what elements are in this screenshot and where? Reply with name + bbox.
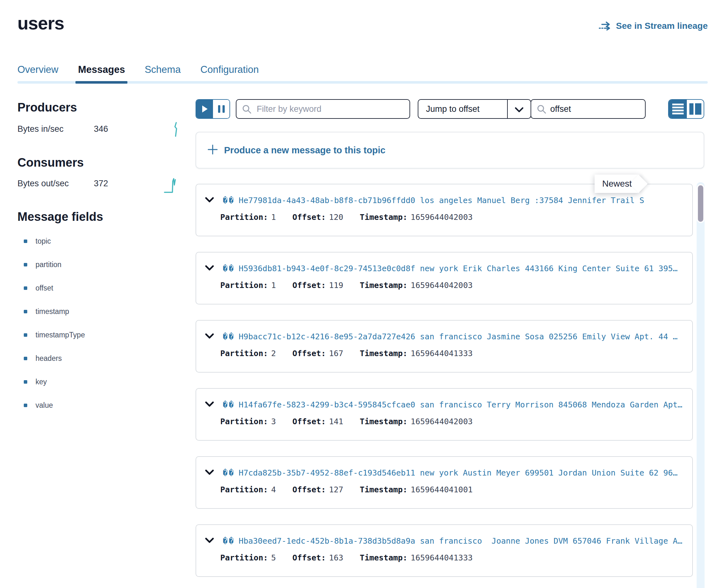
message-summary-row: �� He77981da-4a43-48ab-b8f8-cb71b96ffdd0… xyxy=(205,196,683,205)
field-label: topic xyxy=(36,237,51,246)
list-view-button[interactable] xyxy=(669,100,687,118)
play-icon xyxy=(202,105,208,113)
bytes-in-label: Bytes in/sec xyxy=(17,124,94,134)
expand-chevron-icon[interactable] xyxy=(205,197,214,204)
partition-meta: Partition:1 xyxy=(220,213,276,222)
message-field-item[interactable]: timestamp xyxy=(17,307,195,316)
message-list-scrollbar-thumb[interactable] xyxy=(698,185,703,222)
expand-chevron-icon[interactable] xyxy=(205,469,214,477)
produce-message-label: Produce a new message to this topic xyxy=(224,145,386,155)
jump-to-offset-select[interactable]: Jump to offset xyxy=(418,99,531,119)
plus-icon xyxy=(208,145,218,156)
main-panel: Jump to offset xyxy=(195,84,704,588)
play-pause-group xyxy=(195,99,230,119)
offset-meta: Offset:120 xyxy=(292,213,344,222)
pause-icon xyxy=(223,105,225,113)
tab[interactable]: Schema xyxy=(145,64,181,84)
consumers-metric-row: Bytes out/sec 372 xyxy=(17,179,195,189)
offset-meta: Offset:127 xyxy=(292,485,344,494)
unprintable-bytes-glyphs: �� xyxy=(223,400,235,409)
timestamp-meta: Timestamp:1659644041001 xyxy=(360,485,473,494)
message-row[interactable]: �� Hba30eed7-1edc-452b-8b1a-738d3b5d8a9a… xyxy=(195,524,693,577)
expand-chevron-icon[interactable] xyxy=(205,401,214,408)
play-button[interactable] xyxy=(196,100,213,118)
message-summary-row: �� H9bacc71c-b12c-4216-8e95-2a7da727e426… xyxy=(205,332,683,341)
message-summary-row: �� Hba30eed7-1edc-452b-8b1a-738d3b5d8a9a… xyxy=(205,537,683,546)
message-row[interactable]: �� H14fa67fe-5823-4299-b3c4-595845cfcae0… xyxy=(195,388,693,441)
message-summary-text: Hba30eed7-1edc-452b-8b1a-738d3b5d8a9a sa… xyxy=(239,537,682,546)
producers-heading: Producers xyxy=(17,101,195,114)
field-bullet-icon xyxy=(24,287,27,290)
column-view-button[interactable] xyxy=(687,100,704,118)
consumers-heading: Consumers xyxy=(17,156,195,169)
content: Producers Bytes in/sec 346 Consumers Byt… xyxy=(0,84,722,588)
stream-lineage-link[interactable]: See in Stream lineage xyxy=(598,21,708,31)
filter-keyword-input[interactable] xyxy=(236,99,410,119)
field-bullet-icon xyxy=(24,404,27,407)
message-summary-text: H7cda825b-35b7-4952-88ef-c193d546eb11 ne… xyxy=(239,468,678,478)
message-fields-heading: Message fields xyxy=(17,210,195,224)
field-label: timestamp xyxy=(36,307,69,316)
sidebar: Producers Bytes in/sec 346 Consumers Byt… xyxy=(17,84,195,588)
message-field-item[interactable]: key xyxy=(17,378,195,386)
message-meta-row: Partition:4 Offset:127 Timestamp:1659644… xyxy=(220,485,683,494)
message-field-item[interactable]: value xyxy=(17,401,195,410)
tab[interactable]: Configuration xyxy=(200,64,259,84)
jump-select-value: Jump to offset xyxy=(418,104,479,114)
partition-meta: Partition:3 xyxy=(220,417,276,426)
page-header: users See in Stream lineage xyxy=(0,0,722,34)
produce-message-button[interactable]: Produce a new message to this topic xyxy=(195,132,704,169)
topic-messages-page: { "header": { "title": "users", "lineage… xyxy=(0,0,722,588)
message-list: �� He77981da-4a43-48ab-b8f8-cb71b96ffdd0… xyxy=(195,184,693,577)
field-bullet-icon xyxy=(24,310,27,313)
message-row[interactable]: �� H9bacc71c-b12c-4216-8e95-2a7da727e426… xyxy=(195,320,693,373)
timestamp-meta: Timestamp:1659644041333 xyxy=(360,349,473,358)
expand-chevron-icon[interactable] xyxy=(205,538,214,545)
producers-metric-row: Bytes in/sec 346 xyxy=(17,124,195,134)
bytes-in-value: 346 xyxy=(94,124,108,134)
message-list-scrollbar-track[interactable] xyxy=(697,182,705,588)
field-label: partition xyxy=(36,260,61,269)
expand-chevron-icon[interactable] xyxy=(205,265,214,272)
bytes-out-value: 372 xyxy=(94,179,108,189)
tab[interactable]: Messages xyxy=(78,64,125,84)
message-field-item[interactable]: partition xyxy=(17,260,195,269)
message-meta-row: Partition:3 Offset:141 Timestamp:1659644… xyxy=(220,417,683,426)
message-summary-row: �� H5936db81-b943-4e0f-8c29-74513e0c0d8f… xyxy=(205,264,683,273)
message-row[interactable]: �� H7cda825b-35b7-4952-88ef-c193d546eb11… xyxy=(195,456,693,509)
timestamp-meta: Timestamp:1659644042003 xyxy=(360,281,473,290)
message-meta-row: Partition:1 Offset:120 Timestamp:1659644… xyxy=(220,213,683,222)
message-summary-text: H9bacc71c-b12c-4216-8e95-2a7da727e426 sa… xyxy=(239,332,678,341)
unprintable-bytes-glyphs: �� xyxy=(223,264,235,273)
field-bullet-icon xyxy=(24,333,27,337)
search-icon xyxy=(242,105,252,115)
timestamp-meta: Timestamp:1659644042003 xyxy=(360,213,473,222)
message-meta-row: Partition:5 Offset:163 Timestamp:1659644… xyxy=(220,553,683,562)
tab[interactable]: Overview xyxy=(17,64,58,84)
offset-search-input[interactable] xyxy=(531,99,646,119)
expand-chevron-icon[interactable] xyxy=(205,333,214,340)
message-field-item[interactable]: offset xyxy=(17,284,195,292)
pause-icon xyxy=(218,105,220,113)
select-divider xyxy=(507,100,508,118)
unprintable-bytes-glyphs: �� xyxy=(223,332,235,341)
offset-meta: Offset:141 xyxy=(292,417,344,426)
offset-meta: Offset:163 xyxy=(292,553,344,562)
column-view-icon xyxy=(689,103,701,115)
search-icon xyxy=(537,105,546,115)
bytes-out-sparkline-icon xyxy=(164,177,179,195)
message-summary-row: �� H14fa67fe-5823-4299-b3c4-595845cfcae0… xyxy=(205,400,683,409)
field-label: headers xyxy=(36,354,62,363)
message-field-item[interactable]: timestampType xyxy=(17,331,195,339)
offset-meta: Offset:119 xyxy=(292,281,344,290)
field-label: key xyxy=(36,378,47,386)
message-row[interactable]: �� H5936db81-b943-4e0f-8c29-74513e0c0d8f… xyxy=(195,252,693,304)
timestamp-meta: Timestamp:1659644041333 xyxy=(360,553,473,562)
field-bullet-icon xyxy=(24,357,27,360)
pause-button[interactable] xyxy=(213,100,229,118)
list-view-icon xyxy=(672,104,684,114)
message-field-item[interactable]: headers xyxy=(17,354,195,363)
partition-meta: Partition:2 xyxy=(220,349,276,358)
message-field-item[interactable]: topic xyxy=(17,237,195,246)
filter-field-wrap xyxy=(236,99,410,119)
